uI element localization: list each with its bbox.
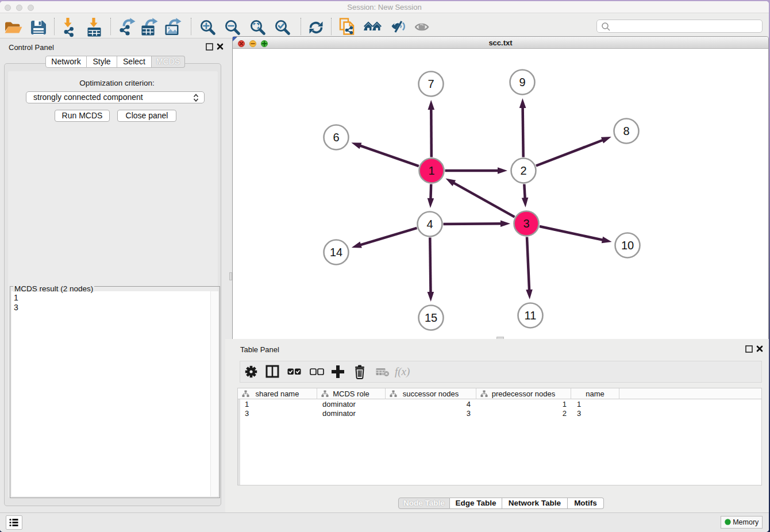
svg-text:1: 1 (428, 164, 434, 177)
svg-text:10: 10 (621, 239, 634, 252)
svg-text:15: 15 (425, 311, 437, 324)
svg-text:2: 2 (520, 164, 526, 177)
svg-text:14: 14 (330, 246, 342, 259)
svg-text:3: 3 (523, 217, 529, 230)
svg-text:6: 6 (333, 131, 339, 144)
svg-text:7: 7 (428, 78, 434, 90)
svg-text:11: 11 (525, 309, 537, 322)
svg-text:8: 8 (623, 125, 629, 137)
svg-text:4: 4 (426, 218, 433, 230)
svg-text:9: 9 (519, 76, 525, 88)
